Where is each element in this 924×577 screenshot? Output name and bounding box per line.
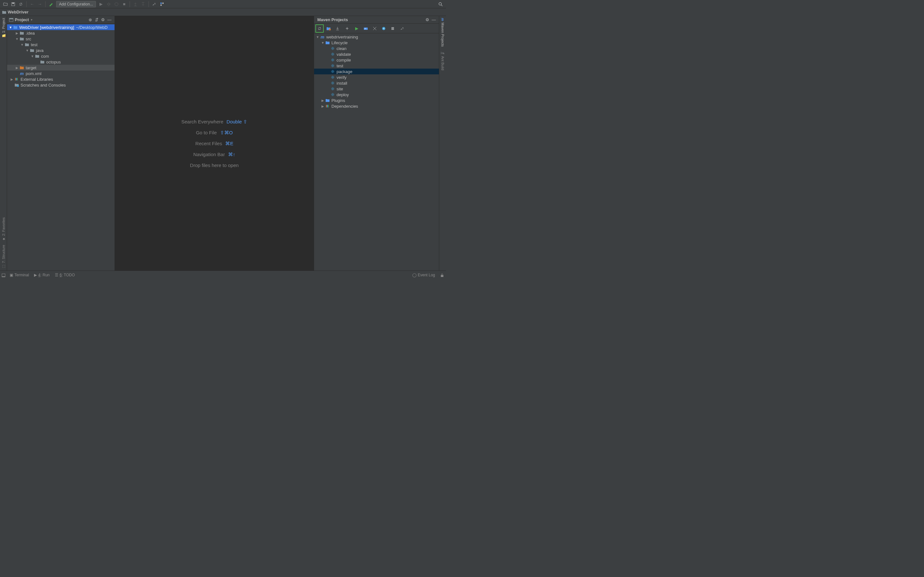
project-tool-window: Project ▾ ⊕ ⇵ ⚙ — ▼ WebDriver [webdriver… — [7, 16, 115, 271]
save-icon[interactable] — [10, 1, 17, 8]
tree-item-target[interactable]: ▶target — [7, 65, 115, 71]
chevron-down-icon[interactable]: ▾ — [31, 18, 32, 21]
settings-icon[interactable] — [151, 1, 158, 8]
run-config-combo[interactable]: Add Configuration... — [56, 1, 96, 7]
maven-reimport-icon[interactable] — [315, 24, 324, 33]
hint-goto-file: Go to File⇧⌘O — [196, 130, 233, 135]
collapse-all-icon[interactable]: ⇵ — [94, 17, 100, 23]
svg-point-22 — [332, 48, 333, 49]
status-event-log[interactable]: ◯Event Log — [412, 273, 435, 277]
coverage-icon[interactable] — [113, 1, 120, 8]
svg-rect-36 — [441, 275, 443, 277]
hint-drop-files: Drop files here to open — [190, 163, 239, 168]
maven-show-deps-icon[interactable] — [389, 24, 397, 33]
stop-icon[interactable]: ■ — [121, 1, 128, 8]
maven-lifecycle-node[interactable]: ▼Lifecycle — [314, 40, 439, 45]
svg-rect-21 — [391, 29, 394, 30]
left-tool-stripe: 📁1: Project ★2: Favorites ⬚7: Structure — [0, 16, 7, 271]
maven-run-icon[interactable]: ▶ — [352, 24, 361, 33]
svg-rect-6 — [162, 3, 164, 4]
svg-rect-12 — [16, 78, 17, 81]
maven-goal-install[interactable]: install — [314, 80, 439, 86]
project-structure-icon[interactable] — [158, 1, 166, 8]
maven-goal-validate[interactable]: validate — [314, 51, 439, 57]
status-todo[interactable]: ☰6: TODO — [55, 273, 75, 277]
tree-item-src[interactable]: ▼src — [7, 36, 115, 42]
maven-goal-deploy[interactable]: deploy — [314, 92, 439, 97]
status-run[interactable]: ▶4: Run — [34, 273, 49, 277]
tab-ant-build[interactable]: 🐜Ant Build — [441, 49, 445, 72]
run-icon[interactable]: ▶ — [97, 1, 105, 8]
debug-icon[interactable] — [105, 1, 112, 8]
build-icon[interactable] — [47, 1, 55, 8]
svg-point-2 — [108, 3, 110, 5]
maven-dependencies-node[interactable]: ▶Dependencies — [314, 103, 439, 109]
breadcrumb: WebDriver — [0, 8, 446, 16]
forward-icon[interactable]: → — [36, 1, 43, 8]
svg-rect-32 — [327, 105, 328, 107]
maven-goal-compile[interactable]: compile — [314, 57, 439, 63]
tab-favorites[interactable]: ★2: Favorites — [1, 215, 5, 243]
svg-rect-19 — [391, 27, 394, 28]
hint-search-everywhere: Search EverywhereDouble ⇧ — [181, 119, 247, 125]
svg-point-27 — [332, 77, 333, 78]
hint-recent-files: Recent Files⌘E — [195, 141, 233, 147]
svg-rect-1 — [12, 3, 14, 4]
sync-icon[interactable] — [17, 1, 24, 8]
maven-panel-title: Maven Projects — [317, 17, 348, 22]
tree-item-idea[interactable]: ▶.idea — [7, 30, 115, 36]
tree-item-java[interactable]: ▼java — [7, 47, 115, 53]
breadcrumb-project[interactable]: WebDriver — [8, 10, 29, 15]
status-bar: ▣Terminal ▶4: Run ☰6: TODO ◯Event Log — [0, 271, 446, 279]
locate-icon[interactable]: ⊕ — [87, 17, 94, 23]
hide-maven-panel-icon[interactable]: — — [431, 17, 437, 23]
maven-goal-test[interactable]: test — [314, 63, 439, 69]
panel-settings-icon[interactable]: ⚙ — [100, 17, 106, 23]
right-tool-stripe: mMaven Projects 🐜Ant Build — [439, 16, 446, 271]
maven-panel-header: Maven Projects ⚙ — — [314, 16, 439, 24]
maven-root[interactable]: ▼mwebdrivertraining — [314, 34, 439, 40]
svg-rect-11 — [15, 78, 16, 81]
svg-point-26 — [332, 71, 333, 72]
maven-download-icon[interactable] — [333, 24, 342, 33]
svg-point-28 — [332, 82, 333, 84]
hint-navigation-bar: Navigation Bar⌘↑ — [194, 152, 236, 157]
svg-point-25 — [332, 65, 333, 66]
maven-add-icon[interactable]: + — [343, 24, 351, 33]
maven-execute-goal-icon[interactable] — [362, 24, 370, 33]
maven-goal-verify[interactable]: verify — [314, 74, 439, 80]
tab-project[interactable]: 📁1: Project — [1, 16, 5, 40]
back-icon[interactable]: ← — [29, 1, 36, 8]
maven-plugins-node[interactable]: ▶Plugins — [314, 97, 439, 103]
maven-toolbar: + ▶ — [314, 24, 439, 33]
maven-goal-clean[interactable]: clean — [314, 45, 439, 51]
maven-goal-package[interactable]: package — [314, 69, 439, 74]
tool-windows-toggle-icon[interactable] — [1, 273, 6, 278]
status-terminal[interactable]: ▣Terminal — [10, 273, 29, 277]
svg-point-14 — [17, 85, 19, 87]
update-vcs-icon[interactable] — [132, 1, 139, 8]
commit-vcs-icon[interactable] — [140, 1, 147, 8]
tree-root[interactable]: ▼ WebDriver [webdrivertraining] ~/Deskto… — [7, 24, 115, 30]
maven-settings-icon[interactable]: ⚙ — [424, 17, 431, 23]
search-icon[interactable] — [437, 1, 444, 8]
tree-item-scratches[interactable]: Scratches and Consoles — [7, 82, 115, 88]
tree-item-external-libs[interactable]: ▶External Libraries — [7, 76, 115, 82]
hide-panel-icon[interactable]: — — [106, 17, 113, 23]
maven-goal-site[interactable]: site — [314, 86, 439, 92]
maven-toggle-offline-icon[interactable] — [371, 24, 379, 33]
maven-tool-window: Maven Projects ⚙ — + ▶ ▼mwebdrivertraini… — [314, 16, 439, 271]
tree-item-pom[interactable]: mpom.xml — [7, 71, 115, 76]
tree-item-octopus[interactable]: octopus — [7, 59, 115, 65]
maven-tool-settings-icon[interactable] — [398, 24, 407, 33]
lock-icon[interactable] — [440, 273, 444, 277]
tree-item-test[interactable]: ▼test — [7, 42, 115, 47]
tab-structure[interactable]: ⬚7: Structure — [1, 243, 5, 271]
open-icon[interactable] — [2, 1, 9, 8]
svg-point-30 — [332, 94, 333, 95]
tab-maven-projects[interactable]: mMaven Projects — [441, 16, 445, 49]
maven-skip-tests-icon[interactable] — [380, 24, 388, 33]
tree-item-com[interactable]: ▼com — [7, 53, 115, 59]
maven-generate-sources-icon[interactable] — [325, 24, 333, 33]
project-panel-title[interactable]: Project — [15, 17, 29, 22]
